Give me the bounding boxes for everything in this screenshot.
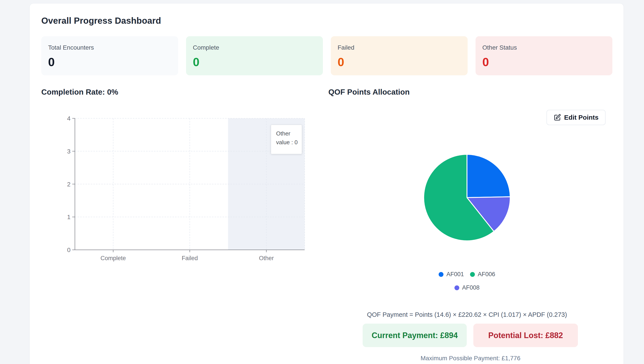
edit-points-label: Edit Points	[564, 114, 598, 121]
stat-value: 0	[338, 55, 461, 69]
legend-row: AF008	[454, 284, 480, 291]
svg-text:1: 1	[67, 214, 71, 220]
svg-text:Other: Other	[259, 255, 274, 262]
stat-label: Other Status	[482, 44, 606, 51]
legend-item-af001[interactable]: AF001	[439, 271, 464, 278]
qof-payment-formula: QOF Payment = Points (14.6) × £220.62 × …	[313, 310, 621, 319]
stat-value: 0	[48, 55, 172, 69]
max-payment-text: Maximum Possible Payment: £1,776	[363, 355, 578, 362]
pie-slice-af001[interactable]	[467, 154, 510, 198]
svg-text:4: 4	[67, 115, 71, 122]
legend-label: AF008	[462, 284, 480, 291]
legend-row: AF001 AF006	[439, 271, 495, 278]
stats-row: Total Encounters 0 Complete 0 Failed 0 O…	[41, 36, 612, 75]
page-title: Overall Progress Dashboard	[41, 16, 161, 26]
stat-card-complete: Complete 0	[186, 36, 323, 75]
stat-label: Failed	[338, 44, 461, 51]
svg-text:Complete: Complete	[101, 255, 126, 262]
tooltip-title: Other	[276, 129, 302, 138]
qof-pie-chart[interactable]	[423, 154, 511, 242]
legend-label: AF001	[446, 271, 464, 278]
legend-label: AF006	[478, 271, 495, 278]
stat-value: 0	[193, 55, 316, 69]
potential-lost-card: Potential Lost: £882	[473, 324, 578, 347]
tooltip-value: value : 0	[276, 138, 302, 147]
stat-card-failed: Failed 0	[331, 36, 468, 75]
svg-text:2: 2	[67, 181, 71, 188]
stat-label: Complete	[193, 44, 316, 51]
legend-item-af006[interactable]: AF006	[470, 271, 495, 278]
stat-card-total-encounters: Total Encounters 0	[41, 36, 178, 75]
payments-row: Current Payment: £894 Potential Lost: £8…	[363, 324, 578, 347]
edit-points-button[interactable]: Edit Points	[546, 110, 605, 125]
svg-text:Failed: Failed	[182, 255, 198, 262]
qof-points-heading: QOF Points Allocation	[328, 88, 410, 96]
completion-rate-heading: Completion Rate: 0%	[41, 88, 118, 96]
legend-dot-af008	[454, 286, 459, 290]
legend-item-af008[interactable]: AF008	[454, 284, 480, 291]
pie-legend: AF001 AF006 AF008	[390, 271, 544, 291]
legend-dot-af006	[470, 272, 475, 277]
svg-text:0: 0	[67, 246, 71, 253]
stat-label: Total Encounters	[48, 44, 172, 51]
dashboard-panel: Overall Progress Dashboard Total Encount…	[30, 3, 624, 364]
stat-value: 0	[482, 55, 606, 69]
pie-chart-canvas[interactable]	[423, 154, 511, 242]
current-payment-card: Current Payment: £894	[363, 324, 467, 347]
chart-tooltip: Other value : 0	[271, 125, 302, 154]
stat-card-other-status: Other Status 0	[475, 36, 612, 75]
pencil-square-icon	[553, 114, 561, 121]
legend-dot-af001	[439, 272, 443, 277]
svg-text:3: 3	[67, 148, 71, 155]
